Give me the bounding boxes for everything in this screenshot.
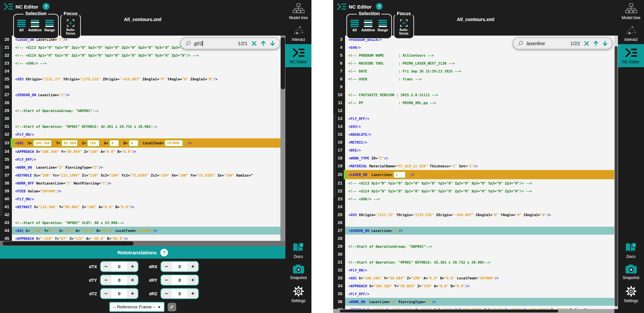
- code-line[interactable]: 29<!--Start of OperationGroup: "GRP001"-…: [333, 242, 614, 250]
- code-line[interactable]: 21<!-- <G113 Xp1="0" Yp1="0" Zp1="0" Xp2…: [333, 179, 614, 187]
- code-line[interactable]: 12: [333, 107, 614, 115]
- increment-button[interactable]: +: [187, 262, 198, 271]
- code-line[interactable]: 34<APPROACH X="108.366" Y="98.084" Z="15…: [0, 148, 280, 156]
- code-line[interactable]: 8<!-- USER : franc -->: [333, 75, 614, 83]
- sidebar-item-snapshot[interactable]: Snapshot: [618, 261, 644, 282]
- code-line[interactable]: 26: [0, 83, 280, 91]
- search-input[interactable]: laserline: [527, 41, 545, 46]
- horizontal-scrollbar[interactable]: [333, 309, 614, 313]
- find-previous-button[interactable]: [593, 41, 598, 46]
- code-line[interactable]: 23<!-- <G96/> -->: [333, 195, 614, 203]
- code-line[interactable]: 36<WORK_ON LaserLine="2" PiercingType="2…: [0, 163, 280, 171]
- reference-frame-select[interactable]: -- Reference Frame -- ▼: [109, 302, 165, 312]
- code-line[interactable]: 11<!-- PP : PRIMA_XML.pp -->: [333, 99, 614, 107]
- code-line[interactable]: 30: [0, 115, 280, 123]
- code-line[interactable]: 43<!--Start of Operation: "OP002" SLOT: …: [0, 219, 280, 227]
- field-input[interactable]: 0: [109, 140, 119, 147]
- increment-button[interactable]: +: [127, 289, 138, 299]
- code-line[interactable]: 35<FLY_OFF/>: [333, 290, 614, 298]
- code-line[interactable]: 39<FEED Value="207000"/>: [0, 187, 280, 195]
- sidebar-item-snapshot[interactable]: Snapshot: [285, 261, 311, 282]
- code-line[interactable]: 29<!--Start of OperationGroup: "GRP001"-…: [0, 107, 280, 115]
- vertical-scrollbar[interactable]: [280, 36, 285, 241]
- code-line[interactable]: 41<RETRACT X="110.366" Y="98.084" Z="180…: [0, 203, 280, 211]
- increment-button[interactable]: +: [127, 275, 138, 285]
- sidebar-item-interact[interactable]: Interact: [618, 22, 644, 44]
- search-bar[interactable]: laserline 1/22: [513, 37, 613, 49]
- stepper-value[interactable]: 0: [172, 289, 187, 299]
- code-line[interactable]: 23<!-- <G96/> -->: [0, 59, 280, 67]
- code-line[interactable]: 27<SENSOR_ON LaserLine="1"/>: [0, 91, 280, 99]
- code-line[interactable]: 28: [0, 99, 280, 107]
- code-line[interactable]: 14<G93/>: [333, 123, 614, 130]
- sidebar-item-interact[interactable]: Interact: [285, 22, 311, 44]
- stepper-value[interactable]: 0: [172, 262, 187, 271]
- rototranslations-help-icon[interactable]: ?: [160, 249, 168, 256]
- code-line[interactable]: 42: [0, 211, 280, 219]
- search-input[interactable]: g01: [194, 41, 202, 46]
- code-editor[interactable]: 20<LASER_ON LaserLine="1"/>21<!-- <G113 …: [0, 36, 280, 241]
- stepper-value[interactable]: 0: [112, 275, 127, 285]
- code-line[interactable]: 9: [333, 83, 614, 91]
- stepper-value[interactable]: 0: [172, 275, 187, 285]
- horizontal-scrollbar[interactable]: [0, 241, 285, 246]
- select-range-button[interactable]: Range: [44, 20, 55, 38]
- code-line[interactable]: 17<DEG/>: [333, 146, 614, 154]
- auto-focus-button[interactable]: Auto-focus: [61, 19, 80, 35]
- code-line[interactable]: 44<G01 X="-180" Y="87" Z="125" A="-90.0"…: [0, 227, 280, 235]
- code-line[interactable]: 24: [333, 203, 614, 211]
- find-next-button[interactable]: [602, 41, 608, 46]
- code-line[interactable]: 38<WORK_OFF NextLaserLine="1" NextPierci…: [0, 179, 280, 187]
- select-range-button[interactable]: Range: [377, 20, 388, 38]
- code-line[interactable]: 16<METRIC/>: [333, 138, 614, 146]
- sidebar-item-docs[interactable]: i Docs: [618, 239, 644, 261]
- gutter-scrollbar[interactable]: [334, 114, 336, 198]
- increment-button[interactable]: +: [127, 262, 138, 271]
- field-input[interactable]: 108.366: [33, 140, 52, 147]
- code-line[interactable]: 33<G01 X="108.366" Y="98.084" Z="180" A=…: [333, 274, 614, 282]
- field-input[interactable]: 180: [87, 140, 100, 147]
- select-all-button[interactable]: All: [350, 20, 359, 38]
- code-line[interactable]: 31<!--Start of Operation: "OP001" KEYHOL…: [333, 258, 614, 266]
- code-line[interactable]: 24: [0, 67, 280, 75]
- find-previous-button[interactable]: [261, 41, 266, 46]
- code-line[interactable]: 30: [333, 250, 614, 258]
- code-line[interactable]: 37<KEYHOLE Xc="100" Yc="115.1896" Zc="15…: [0, 171, 280, 179]
- code-line[interactable]: 6<!-- MACHINE TOOL : PRIMA_LASER_NEXT_21…: [333, 59, 614, 67]
- code-line[interactable]: 34<APPROACH X="108.366" Y="98.084" Z="15…: [333, 282, 614, 290]
- code-line[interactable]: 33<G01X=108.366Y=98.084Z=180A=0B=0LocalF…: [0, 138, 280, 148]
- decrement-button[interactable]: –: [161, 262, 172, 271]
- decrement-button[interactable]: –: [101, 275, 112, 285]
- code-line[interactable]: 27<SENSOR_ON LaserLine="1"/>: [333, 227, 614, 235]
- close-search-button[interactable]: [584, 41, 589, 46]
- code-line[interactable]: 26: [333, 219, 614, 227]
- help-icon[interactable]: ?: [43, 3, 49, 10]
- code-line[interactable]: 5<!-- PROGRAM NAME : AllContours -->: [333, 51, 614, 59]
- code-editor[interactable]: 3<PROGRAM_BEGIN/>4<G40/>5<!-- PROGRAM NA…: [333, 36, 614, 309]
- code-line[interactable]: 13<FLY_OFF/>: [333, 115, 614, 123]
- code-line[interactable]: 19<MATERIAL MaterialName="PI_ALM_L5_AIR"…: [333, 162, 614, 170]
- select-additive-button[interactable]: Additive: [361, 20, 375, 38]
- field-input[interactable]: 98.084: [61, 140, 78, 147]
- field-input[interactable]: 207000: [165, 140, 183, 147]
- sidebar-item-model-tree[interactable]: Model tree: [618, 0, 644, 22]
- code-line[interactable]: 32<FLY_ON/>: [0, 130, 280, 138]
- code-line[interactable]: 22<!-- <G114 Xp1="0" Yp1="0" Zp1="0" Xp2…: [333, 187, 614, 195]
- code-line[interactable]: 28: [333, 235, 614, 242]
- sidebar-item-nc-editor[interactable]: NC Editor: [285, 44, 311, 67]
- code-line[interactable]: 25<G93 XOrigin="1251.73" YOrigin="1176.5…: [0, 75, 280, 83]
- auto-focus-button[interactable]: Auto-focus: [394, 19, 413, 35]
- code-line[interactable]: 45<APPROACH X="-150" Y="87" Z="125" A="-…: [0, 235, 280, 241]
- search-bar[interactable]: g01 1/21: [180, 37, 280, 49]
- increment-button[interactable]: +: [187, 275, 198, 285]
- stepper-value[interactable]: 0: [112, 262, 127, 271]
- code-line[interactable]: 18<WORK_TYPE ID="2"/>: [333, 154, 614, 162]
- sidebar-item-settings[interactable]: Settings: [285, 282, 311, 313]
- code-line[interactable]: 7<!-- DATE : Fri Sep 26 15:29:13 2025 --…: [333, 67, 614, 75]
- code-line[interactable]: 22<!-- <G114 Xp1="0" Yp1="0" Zp1="0" Xp2…: [0, 51, 280, 59]
- code-line[interactable]: 10<!-- FASTSUITE VERSION : 2025.2.0.5111…: [333, 91, 614, 99]
- apply-button[interactable]: ✓: [168, 303, 176, 311]
- code-line[interactable]: 40<FLY_ON/>: [0, 195, 280, 203]
- decrement-button[interactable]: –: [101, 262, 112, 271]
- sidebar-item-settings[interactable]: Settings: [618, 282, 644, 313]
